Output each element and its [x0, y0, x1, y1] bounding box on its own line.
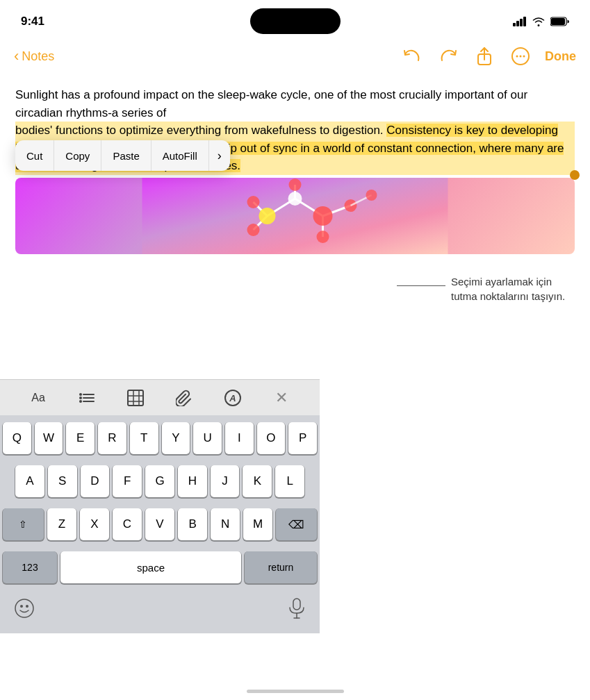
key-f[interactable]: F — [113, 465, 142, 497]
redo-button[interactable] — [436, 44, 460, 68]
svg-text:A: A — [229, 393, 236, 403]
key-h[interactable]: H — [178, 465, 207, 497]
svg-point-43 — [15, 599, 33, 617]
nav-bar: ‹ Notes Done — [0, 38, 590, 75]
key-q[interactable]: Q — [3, 422, 31, 454]
molecule-illustration — [15, 178, 575, 254]
svg-point-44 — [20, 605, 23, 608]
svg-rect-0 — [513, 23, 516, 26]
svg-point-27 — [289, 178, 302, 191]
key-u[interactable]: U — [193, 422, 222, 454]
back-label: Notes — [22, 49, 54, 64]
return-button[interactable]: return — [245, 551, 317, 583]
keyboard-bottom-bar — [0, 597, 320, 633]
key-g[interactable]: G — [145, 465, 174, 497]
svg-point-29 — [366, 190, 377, 201]
more-options-button[interactable]: › — [209, 140, 230, 171]
svg-rect-46 — [293, 599, 300, 610]
selection-cursor[interactable] — [570, 170, 580, 180]
numbers-button[interactable]: 123 — [3, 551, 57, 583]
wifi-icon — [532, 17, 545, 26]
svg-rect-1 — [516, 21, 519, 26]
key-v[interactable]: V — [145, 508, 174, 540]
svg-point-26 — [247, 224, 260, 236]
key-k[interactable]: K — [243, 465, 272, 497]
key-c[interactable]: C — [113, 508, 142, 540]
status-time: 9:41 — [21, 15, 44, 28]
content-area: Sunlight has a profound impact on the sl… — [0, 75, 590, 260]
close-format-button[interactable]: ✕ — [269, 385, 294, 410]
key-d[interactable]: D — [81, 465, 110, 497]
more-button[interactable] — [509, 44, 532, 68]
space-button[interactable]: space — [60, 551, 241, 583]
key-y[interactable]: Y — [162, 422, 190, 454]
keyboard: Q W E R T Y U I O P A S D F G H J K L ⇧ … — [0, 415, 320, 633]
note-image — [15, 178, 575, 254]
key-w[interactable]: W — [35, 422, 63, 454]
back-chevron-icon: ‹ — [14, 47, 19, 65]
svg-point-25 — [247, 196, 260, 208]
signal-icon — [513, 17, 527, 26]
svg-rect-36 — [128, 390, 143, 406]
callout-text: Seçimi ayarlamak için tutma noktalarını … — [451, 274, 576, 303]
battery-icon — [550, 17, 569, 26]
key-t[interactable]: T — [130, 422, 158, 454]
dynamic-island — [250, 8, 341, 34]
status-icons — [513, 17, 569, 26]
callout-line — [397, 285, 445, 286]
table-button[interactable] — [123, 385, 148, 410]
emoji-button[interactable] — [14, 598, 35, 624]
done-button[interactable]: Done — [545, 49, 576, 64]
delete-button[interactable]: ⌫ — [276, 508, 317, 540]
svg-point-21 — [288, 192, 302, 206]
undo-button[interactable] — [400, 44, 424, 68]
key-o[interactable]: O — [257, 422, 286, 454]
svg-point-23 — [317, 231, 329, 243]
key-n[interactable]: N — [211, 508, 240, 540]
svg-point-9 — [516, 56, 518, 58]
keyboard-row-4: 123 space return — [0, 546, 320, 592]
share-button[interactable] — [473, 44, 496, 68]
format-toolbar: Aa A ✕ — [0, 379, 320, 415]
key-x[interactable]: X — [80, 508, 109, 540]
home-indicator — [247, 690, 344, 693]
back-button[interactable]: ‹ Notes — [14, 47, 54, 65]
list-button[interactable] — [74, 385, 99, 410]
shift-button[interactable]: ⇧ — [3, 508, 44, 540]
svg-point-10 — [520, 56, 522, 58]
text-format-button[interactable]: Aa — [26, 385, 51, 410]
key-r[interactable]: R — [98, 422, 126, 454]
key-s[interactable]: S — [48, 465, 77, 497]
note-text-before: Sunlight has a profound impact on the sl… — [15, 86, 575, 122]
svg-point-11 — [523, 56, 525, 58]
key-e[interactable]: E — [66, 422, 95, 454]
keyboard-row-1: Q W E R T Y U I O P — [0, 415, 320, 454]
key-m[interactable]: M — [243, 508, 272, 540]
svg-point-20 — [259, 208, 276, 224]
key-b[interactable]: B — [178, 508, 207, 540]
svg-point-31 — [79, 397, 82, 399]
keyboard-row-3: ⇧ Z X C V B N M ⌫ — [0, 503, 320, 540]
key-z[interactable]: Z — [47, 508, 76, 540]
svg-point-32 — [79, 400, 82, 403]
key-i[interactable]: I — [225, 422, 254, 454]
svg-point-22 — [313, 206, 333, 226]
key-a[interactable]: A — [15, 465, 44, 497]
attach-button[interactable] — [172, 385, 197, 410]
context-menu: Cut Copy Paste AutoFill › — [15, 140, 230, 171]
callout-annotation: Seçimi ayarlamak için tutma noktalarını … — [397, 274, 576, 303]
key-l[interactable]: L — [275, 465, 304, 497]
svg-rect-5 — [551, 18, 565, 25]
mic-button[interactable] — [288, 598, 306, 623]
pen-button[interactable]: A — [220, 385, 245, 410]
cut-button[interactable]: Cut — [15, 140, 54, 171]
svg-point-45 — [26, 605, 28, 608]
key-j[interactable]: J — [211, 465, 240, 497]
svg-rect-2 — [520, 19, 523, 26]
autofill-button[interactable]: AutoFill — [151, 140, 209, 171]
svg-point-30 — [79, 393, 82, 396]
keyboard-row-2: A S D F G H J K L — [0, 460, 320, 497]
copy-button[interactable]: Copy — [54, 140, 101, 171]
key-p[interactable]: P — [288, 422, 317, 454]
paste-button[interactable]: Paste — [101, 140, 151, 171]
